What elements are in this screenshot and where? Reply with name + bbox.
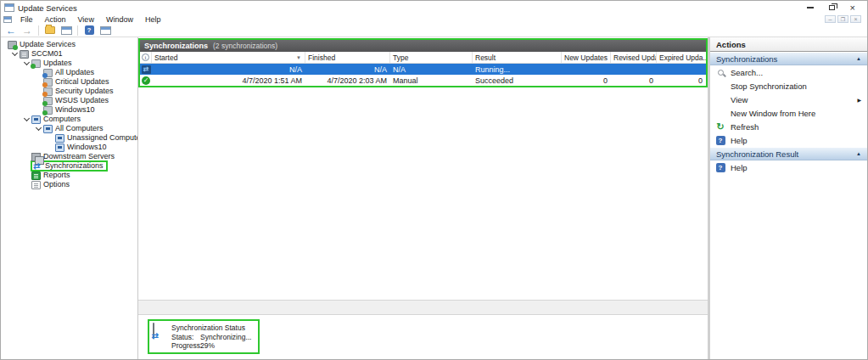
menu-file[interactable]: File xyxy=(14,15,39,24)
chevron-down-icon[interactable] xyxy=(21,118,31,121)
column-header-expired-updates[interactable]: Expired Upda... xyxy=(657,52,706,63)
action-label: Stop Synchronization xyxy=(731,82,807,91)
title-bar: Update Services xyxy=(1,1,867,14)
help-icon[interactable] xyxy=(82,25,96,37)
tree-item-label: Security Updates xyxy=(55,87,114,96)
list-empty-area xyxy=(138,87,708,300)
tree-item-sccm01[interactable]: SCCM01 xyxy=(1,49,137,59)
section-header-synchronization-result[interactable]: Synchronization Result xyxy=(710,147,867,160)
column-header-revised-updates[interactable]: Revised Upda... xyxy=(611,52,657,63)
sync-row-running[interactable]: N/A N/A N/A Running... xyxy=(140,64,706,75)
server-icon xyxy=(20,50,29,59)
action-label: View xyxy=(731,95,748,104)
cell-finished: 4/7/2020 2:03 AM xyxy=(305,76,390,85)
detail-pane: Synchronization Status Status: Synchroni… xyxy=(138,315,708,359)
tree-item-unassigned-computers[interactable]: Unassigned Computers xyxy=(1,133,137,143)
action-view[interactable]: View xyxy=(710,93,867,106)
tree-item-all-updates[interactable]: All Updates xyxy=(1,68,137,77)
results-pane: Synchronizations (2 synchronizations) St… xyxy=(138,37,708,359)
collapse-section-icon[interactable] xyxy=(856,56,861,61)
column-header-started[interactable]: Started xyxy=(152,52,305,63)
tree-item-computers[interactable]: Computers xyxy=(1,115,137,124)
windows10-computers-icon xyxy=(55,143,64,152)
tree-item-update-services[interactable]: Update Services xyxy=(1,40,137,49)
cell-started: 4/7/2020 1:51 AM xyxy=(152,76,305,85)
collapse-section-icon[interactable] xyxy=(856,151,861,156)
sync-status-icon xyxy=(153,323,154,339)
menu-action[interactable]: Action xyxy=(39,15,72,24)
tree-item-security-updates[interactable]: Security Updates xyxy=(1,87,137,96)
tree-item-label: All Updates xyxy=(55,68,94,77)
tree-item-options[interactable]: Options xyxy=(1,180,137,189)
action-search[interactable]: Search... xyxy=(710,65,867,79)
tree-item-critical-updates[interactable]: Critical Updates xyxy=(1,77,137,87)
column-header-type[interactable]: Type xyxy=(390,52,473,63)
list-count: (2 synchronizations) xyxy=(213,42,277,50)
menu-help[interactable]: Help xyxy=(139,15,167,24)
tree-item-windows10-updates[interactable]: Windows10 xyxy=(1,105,137,115)
tree-item-all-computers[interactable]: All Computers xyxy=(1,124,137,133)
chevron-down-icon[interactable] xyxy=(21,62,31,65)
tree-item-updates[interactable]: Updates xyxy=(1,59,137,68)
all-computers-icon xyxy=(43,125,53,133)
menu-view[interactable]: View xyxy=(72,15,100,24)
tree-item-windows10-computers[interactable]: Windows10 xyxy=(1,143,137,152)
action-label: Help xyxy=(731,163,748,172)
child-restore-icon[interactable] xyxy=(837,15,848,23)
section-header-synchronizations[interactable]: Synchronizations xyxy=(710,52,867,65)
tree-item-synchronizations[interactable]: Synchronizations xyxy=(1,161,137,171)
security-updates-icon xyxy=(43,87,53,96)
tree-item-label: Critical Updates xyxy=(55,77,109,87)
actions-pane: Actions Synchronizations Search... Stop … xyxy=(708,37,867,359)
tree-item-label: SCCM01 xyxy=(31,49,63,59)
cell-type: N/A xyxy=(390,65,473,74)
sort-descending-icon[interactable] xyxy=(296,55,301,60)
action-result-help[interactable]: Help xyxy=(710,160,867,174)
show-action-pane-icon[interactable] xyxy=(98,25,112,37)
toolbar xyxy=(1,24,867,37)
computers-icon xyxy=(31,115,41,124)
console-tree-pane: Update Services SCCM01 Updates All Updat… xyxy=(1,37,138,359)
tree-item-label: Reports xyxy=(43,171,70,180)
column-header-new-updates[interactable]: New Updates xyxy=(562,52,611,63)
action-help[interactable]: Help xyxy=(710,133,867,147)
tree-item-label: Update Services xyxy=(20,40,76,49)
tree-item-wsus-updates[interactable]: WSUS Updates xyxy=(1,96,137,105)
minimize-icon[interactable] xyxy=(807,7,814,8)
action-refresh[interactable]: Refresh xyxy=(710,120,867,133)
sync-row-succeeded[interactable]: 4/7/2020 1:51 AM 4/7/2020 2:03 AM Manual… xyxy=(140,75,706,86)
forward-icon[interactable] xyxy=(20,25,34,37)
all-updates-icon xyxy=(43,69,53,77)
chevron-down-icon[interactable] xyxy=(9,53,20,55)
annotation-highlight-box: Synchronizations (2 synchronizations) St… xyxy=(138,38,708,87)
progress-value: 29% xyxy=(200,341,215,351)
back-icon[interactable] xyxy=(4,25,18,37)
action-stop-synchronization[interactable]: Stop Synchronization xyxy=(710,79,867,93)
column-header-status[interactable] xyxy=(140,52,152,63)
critical-updates-icon xyxy=(43,78,53,87)
console-icon xyxy=(3,16,12,23)
pane-splitter[interactable] xyxy=(138,300,708,315)
close-icon[interactable] xyxy=(850,3,855,12)
child-close-icon[interactable] xyxy=(850,15,861,23)
cell-result: Succeeded xyxy=(473,76,562,85)
column-header-finished[interactable]: Finished xyxy=(305,52,390,63)
child-minimize-icon[interactable] xyxy=(825,15,836,23)
chevron-down-icon[interactable] xyxy=(33,127,43,130)
toolbar-separator xyxy=(38,25,39,36)
tree-item-reports[interactable]: Reports xyxy=(1,171,137,180)
tree-item-label: All Computers xyxy=(55,124,104,133)
cell-type: Manual xyxy=(390,76,473,85)
show-console-tree-icon[interactable] xyxy=(59,25,73,37)
menu-window[interactable]: Window xyxy=(100,15,139,24)
export-icon[interactable] xyxy=(43,25,57,37)
column-header-result[interactable]: Result xyxy=(473,52,562,63)
restore-icon[interactable] xyxy=(829,5,835,10)
toolbar-separator xyxy=(77,25,78,36)
menu-bar: File Action View Window Help xyxy=(1,14,867,24)
list-title-bar: Synchronizations (2 synchronizations) xyxy=(140,40,706,52)
tree-item-label: Windows10 xyxy=(67,143,107,152)
action-new-window-from-here[interactable]: New Window from Here xyxy=(710,106,867,120)
options-icon xyxy=(31,181,41,189)
tree-item-label: WSUS Updates xyxy=(55,96,109,105)
